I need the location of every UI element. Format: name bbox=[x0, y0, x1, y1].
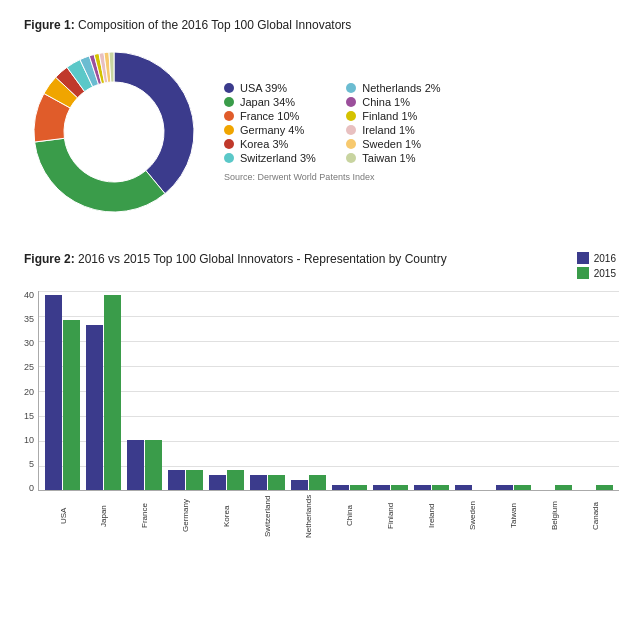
y-tick: 15 bbox=[24, 412, 34, 421]
legend-dot bbox=[224, 83, 234, 93]
legend-label: Netherlands 2% bbox=[362, 82, 440, 94]
legend-label: Taiwan 1% bbox=[362, 152, 415, 164]
bar-2016 bbox=[455, 485, 472, 490]
fig2-legend-item: 2016 bbox=[577, 252, 616, 264]
legend-dot bbox=[224, 97, 234, 107]
country-group bbox=[291, 475, 326, 490]
legend-label: USA 39% bbox=[240, 82, 287, 94]
figure2-section: Figure 2: 2016 vs 2015 Top 100 Global In… bbox=[24, 252, 616, 539]
figure1-legend: USA 39%Netherlands 2%Japan 34%China 1%Fr… bbox=[224, 82, 441, 182]
country-group bbox=[127, 440, 162, 490]
country-group bbox=[373, 485, 408, 490]
figure1-section: Figure 1: Composition of the 2016 Top 10… bbox=[24, 18, 616, 222]
legend-dot bbox=[224, 139, 234, 149]
bar-2015 bbox=[309, 475, 326, 490]
country-group bbox=[45, 295, 80, 490]
legend-dot bbox=[346, 97, 356, 107]
legend-item: Sweden 1% bbox=[346, 138, 440, 150]
legend-dot bbox=[346, 125, 356, 135]
fig2-legend-label: 2016 bbox=[594, 253, 616, 264]
bar-2016 bbox=[45, 295, 62, 490]
legend-label: Japan 34% bbox=[240, 96, 295, 108]
country-group bbox=[496, 485, 531, 490]
fig2-legend-box bbox=[577, 267, 589, 279]
legend-dot bbox=[346, 111, 356, 121]
legend-item: Taiwan 1% bbox=[346, 152, 440, 164]
legend-label: Finland 1% bbox=[362, 110, 417, 122]
bar-2016 bbox=[250, 475, 267, 490]
country-group bbox=[86, 295, 121, 490]
legend-dot bbox=[346, 153, 356, 163]
bar-2015 bbox=[268, 475, 285, 490]
figure2-legend: 20162015 bbox=[577, 252, 616, 279]
y-tick: 0 bbox=[29, 484, 34, 493]
x-label: Switzerland bbox=[250, 493, 285, 539]
country-group bbox=[578, 485, 613, 490]
x-label: Finland bbox=[373, 493, 408, 539]
x-label: Belgium bbox=[537, 493, 572, 539]
y-tick: 40 bbox=[24, 291, 34, 300]
country-group bbox=[414, 485, 449, 490]
bar-2016 bbox=[209, 475, 226, 490]
x-label: China bbox=[332, 493, 367, 539]
fig2-legend-box bbox=[577, 252, 589, 264]
figure1-title: Figure 1: Composition of the 2016 Top 10… bbox=[24, 18, 616, 32]
donut-chart bbox=[24, 42, 204, 222]
country-group bbox=[455, 485, 490, 490]
legend-dot bbox=[224, 111, 234, 121]
bar-2016 bbox=[414, 485, 431, 490]
y-tick: 35 bbox=[24, 315, 34, 324]
country-group bbox=[537, 485, 572, 490]
country-group bbox=[168, 470, 203, 490]
legend-label: Ireland 1% bbox=[362, 124, 415, 136]
legend-columns: USA 39%Netherlands 2%Japan 34%China 1%Fr… bbox=[224, 82, 441, 164]
figure2-header: Figure 2: 2016 vs 2015 Top 100 Global In… bbox=[24, 252, 616, 279]
x-label: Japan bbox=[86, 493, 121, 539]
x-label: Germany bbox=[168, 493, 203, 539]
source-text: Source: Derwent World Patents Index bbox=[224, 172, 441, 182]
bar-2016 bbox=[496, 485, 513, 490]
figure2-title: Figure 2: 2016 vs 2015 Top 100 Global In… bbox=[24, 252, 447, 266]
legend-dot bbox=[224, 125, 234, 135]
bar-chart-container: 0510152025303540 USAJapanFranceGermanyKo… bbox=[24, 291, 616, 539]
x-label: France bbox=[127, 493, 162, 539]
x-label: Canada bbox=[578, 493, 613, 539]
x-label: Ireland bbox=[414, 493, 449, 539]
legend-item: Ireland 1% bbox=[346, 124, 440, 136]
legend-item: Germany 4% bbox=[224, 124, 318, 136]
legend-label: Switzerland 3% bbox=[240, 152, 316, 164]
legend-dot bbox=[346, 139, 356, 149]
y-axis: 0510152025303540 bbox=[24, 291, 38, 493]
bars-container bbox=[38, 291, 619, 491]
x-label: Korea bbox=[209, 493, 244, 539]
bar-2016 bbox=[86, 325, 103, 490]
bar-2015 bbox=[350, 485, 367, 490]
legend-item: Korea 3% bbox=[224, 138, 318, 150]
country-group bbox=[250, 475, 285, 490]
y-tick: 10 bbox=[24, 436, 34, 445]
x-label: Taiwan bbox=[496, 493, 531, 539]
legend-label: Germany 4% bbox=[240, 124, 304, 136]
legend-item: China 1% bbox=[346, 96, 440, 108]
bar-2015 bbox=[145, 440, 162, 490]
legend-label: France 10% bbox=[240, 110, 299, 122]
bar-2016 bbox=[168, 470, 185, 490]
legend-item: USA 39% bbox=[224, 82, 318, 94]
y-tick: 25 bbox=[24, 363, 34, 372]
bar-2015 bbox=[391, 485, 408, 490]
legend-label: China 1% bbox=[362, 96, 410, 108]
legend-dot bbox=[346, 83, 356, 93]
bar-2015 bbox=[227, 470, 244, 490]
bar-2015 bbox=[596, 485, 613, 490]
figure1-content: USA 39%Netherlands 2%Japan 34%China 1%Fr… bbox=[24, 42, 616, 222]
legend-item: France 10% bbox=[224, 110, 318, 122]
legend-label: Sweden 1% bbox=[362, 138, 421, 150]
country-group bbox=[209, 470, 244, 490]
bar-2016 bbox=[127, 440, 144, 490]
country-group bbox=[332, 485, 367, 490]
legend-dot bbox=[224, 153, 234, 163]
bar-2016 bbox=[373, 485, 390, 490]
y-tick: 30 bbox=[24, 339, 34, 348]
legend-label: Korea 3% bbox=[240, 138, 288, 150]
legend-item: Switzerland 3% bbox=[224, 152, 318, 164]
